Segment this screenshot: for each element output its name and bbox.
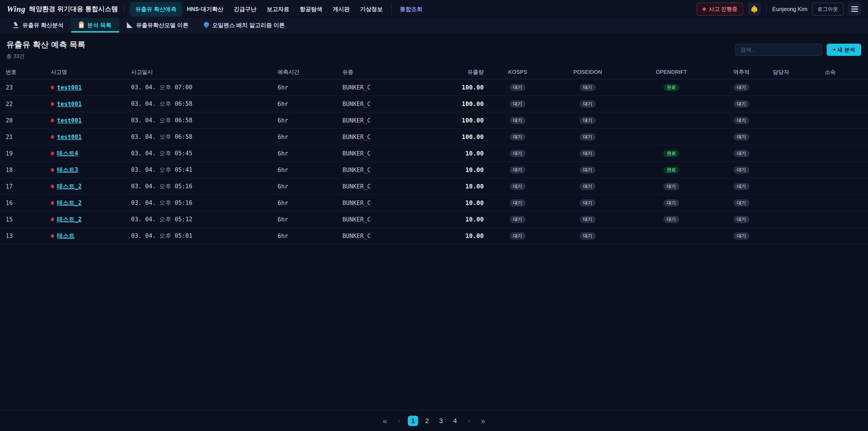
kosps-status-badge: 대기 [510, 183, 526, 190]
opendrift-cell: 대기 [624, 199, 719, 207]
incident-link[interactable]: test001 [57, 133, 82, 140]
tab-analysis-list[interactable]: 분석 목록 [71, 18, 119, 32]
row-number: 18 [6, 166, 51, 173]
page-title: 유출유 확산 예측 목록 [6, 39, 86, 50]
backtrack-status-badge: 대기 [734, 150, 749, 157]
col-incident-name: 사고명 [51, 68, 131, 76]
nav-item-emergency-rescue[interactable]: 긴급구난 [228, 2, 261, 16]
incident-datetime: 03. 04. 오후 05:45 [131, 149, 278, 157]
backtrack-status-badge: 대기 [734, 232, 749, 240]
incident-datetime: 03. 04. 오후 05:01 [131, 232, 278, 240]
pagination-bar: « ‹ 1 2 3 4 › » [0, 410, 868, 431]
tab-oil-spill-analysis[interactable]: 유출유 확산분석 [5, 18, 71, 32]
search-input[interactable] [735, 43, 822, 56]
page-button-3[interactable]: 3 [436, 415, 446, 426]
page-button-2[interactable]: 2 [422, 415, 432, 426]
forecast-duration: 6hr [278, 117, 342, 124]
poseidon-cell: 대기 [552, 232, 624, 240]
meridiem: 오후 [159, 150, 171, 157]
page-button-1[interactable]: 1 [408, 415, 418, 426]
poseidon-status-badge: 대기 [580, 100, 596, 107]
incident-cell: test001 [51, 84, 131, 91]
incident-datetime: 03. 04. 오후 05:41 [131, 166, 278, 174]
time-part: 05:12 [175, 216, 192, 223]
tab-diffusion-model-theory[interactable]: 유출유확산모델 이론 [119, 18, 196, 32]
col-incident-datetime: 사고일시 [131, 68, 278, 76]
incident-in-progress-badge[interactable]: 사고 진행중 [697, 2, 743, 16]
first-page-button[interactable]: « [380, 415, 390, 426]
time-part: 06:58 [175, 100, 192, 107]
incident-dot-icon [51, 234, 54, 238]
nav-item-reports[interactable]: 보고자료 [261, 2, 294, 16]
last-page-button[interactable]: » [478, 415, 488, 426]
incident-link[interactable]: 테스트4 [57, 149, 78, 157]
backtrack-status-badge: 대기 [734, 216, 749, 223]
incident-cell: 테스트_2 [51, 182, 131, 190]
incident-link[interactable]: test001 [57, 117, 82, 124]
incident-link[interactable]: 테스트_2 [57, 182, 82, 190]
tab-oil-fence-algorithm-theory[interactable]: 오일펜스 배치 알고리즘 이론 [196, 18, 292, 32]
incident-link[interactable]: 테스트 [57, 232, 74, 240]
incident-link[interactable]: 테스트_2 [57, 199, 82, 207]
notifications-button[interactable] [748, 2, 761, 16]
poseidon-cell: 대기 [552, 199, 624, 207]
row-number: 22 [6, 100, 51, 107]
prev-page-button[interactable]: ‹ [394, 415, 404, 426]
incident-dot-icon [51, 102, 54, 106]
forecast-duration: 6hr [278, 84, 342, 91]
new-analysis-button[interactable]: + 새 분석 [827, 43, 861, 56]
kosps-status-badge: 대기 [510, 199, 526, 207]
row-number: 13 [6, 233, 51, 239]
sub-tab-bar: 유출유 확산분석 분석 목록 유출유확산모델 이론 오일펜스 배치 알고리즘 이… [0, 18, 868, 33]
opendrift-status-badge: 대기 [663, 216, 679, 223]
oil-type: BUNKER_C [342, 117, 441, 124]
tab-label: 유출유확산모델 이론 [136, 22, 188, 29]
forecast-table: 번호 사고명 사고일시 예측시간 유종 유출량 KOSPS POSEIDON O… [0, 65, 868, 410]
meridiem: 오후 [159, 117, 171, 124]
incident-datetime: 03. 04. 오후 06:58 [131, 116, 278, 124]
kosps-status-badge: 대기 [510, 133, 526, 141]
incident-link[interactable]: test001 [57, 100, 82, 107]
nav-item-oil-spill-forecast[interactable]: 유출유 확산예측 [130, 2, 182, 16]
row-number: 20 [6, 117, 51, 124]
table-header-row: 번호 사고명 사고일시 예측시간 유종 유출량 KOSPS POSEIDON O… [0, 65, 868, 79]
incident-datetime: 03. 04. 오후 05:12 [131, 215, 278, 223]
incident-link[interactable]: 테스트_2 [57, 215, 82, 223]
top-bar: Wing 해양환경 위기대응 통합시스템 유출유 확산예측 HNS·대기확산 긴… [0, 0, 868, 18]
divider [124, 5, 124, 13]
nav-item-hns-air-diffusion[interactable]: HNS·대기확산 [182, 2, 228, 16]
spill-amount: 100.00 [441, 84, 484, 91]
opendrift-cell: 완료 [624, 150, 719, 157]
backtrack-status-badge: 대기 [734, 117, 749, 124]
backtrack-status-badge: 대기 [734, 84, 749, 91]
incident-datetime: 03. 04. 오후 06:58 [131, 133, 278, 141]
logout-button[interactable]: 로그아웃 [812, 3, 844, 16]
poseidon-cell: 대기 [552, 100, 624, 107]
kosps-status-badge: 대기 [510, 166, 526, 174]
opendrift-status-badge: 완료 [663, 84, 679, 91]
oil-type: BUNKER_C [342, 133, 441, 140]
table-body: 23 test001 03. 04. 오후 07:00 6hr BUNKER_C… [0, 79, 868, 244]
kosps-cell: 대기 [484, 150, 552, 157]
time-part: 07:00 [175, 84, 192, 91]
incident-dot-icon [51, 152, 54, 155]
row-number: 19 [6, 150, 51, 157]
menu-button[interactable] [848, 2, 861, 16]
incident-link[interactable]: test001 [57, 84, 82, 91]
spill-amount: 10.00 [441, 199, 484, 206]
incident-link[interactable]: 테스트3 [57, 166, 78, 174]
time-part: 06:58 [175, 133, 192, 140]
nav-item-weather-info[interactable]: 기상정보 [355, 2, 388, 16]
spill-amount: 10.00 [441, 166, 484, 173]
poseidon-status-badge: 대기 [580, 232, 596, 240]
time-part: 05:45 [175, 150, 192, 157]
wing-logo: Wing [7, 4, 26, 14]
page-button-4[interactable]: 4 [450, 415, 460, 426]
next-page-button[interactable]: › [464, 415, 474, 426]
nav-item-aerial-search[interactable]: 항공탐색 [294, 2, 328, 16]
nav-item-board[interactable]: 게시판 [328, 2, 355, 16]
nav-item-integrated-search[interactable]: 통합조회 [395, 2, 428, 16]
time-part: 05:16 [175, 183, 192, 190]
forecast-duration: 6hr [278, 233, 342, 239]
incident-cell: 테스트_2 [51, 199, 131, 207]
